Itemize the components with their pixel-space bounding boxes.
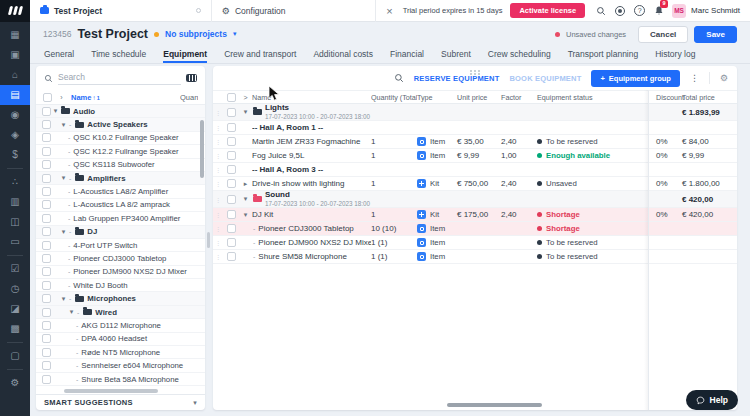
checkbox[interactable] xyxy=(227,108,236,117)
chevron-down-icon[interactable]: ▾ xyxy=(59,174,68,182)
column-header-total-price[interactable]: Total price xyxy=(682,93,737,102)
chevron-right-icon[interactable]: ▸ xyxy=(239,180,252,188)
equipment-row[interactable]: ⋮-- Hall A, Room 1 -- xyxy=(213,121,737,135)
chevron-down-icon[interactable]: ▾ xyxy=(239,211,252,219)
tree-item-row[interactable]: -L-Acoustics LA8/2 Amplifier xyxy=(36,185,205,198)
rail-item-warehouse[interactable]: ⌂ xyxy=(0,65,30,85)
select-all-checkbox[interactable] xyxy=(227,93,236,102)
checkbox[interactable] xyxy=(227,252,236,261)
checkbox[interactable] xyxy=(227,195,236,204)
name-column-header[interactable]: Name ↑ 1 xyxy=(71,93,100,102)
checkbox[interactable] xyxy=(42,254,51,263)
equipment-row[interactable]: ⋮-Pioneer DJM900 NXS2 DJ Mixer1 (1)ItemT… xyxy=(213,236,737,250)
drag-handle-icon[interactable]: ⋮ xyxy=(213,196,223,203)
rail-item-projects[interactable]: ▤ xyxy=(0,85,30,105)
tree-item-row[interactable]: -Shure Beta 58A Microphone xyxy=(36,373,205,386)
close-icon[interactable]: × xyxy=(386,5,392,17)
drag-handle-icon[interactable]: ⋮ xyxy=(213,138,223,145)
checkbox[interactable] xyxy=(42,348,51,357)
select-all-checkbox[interactable] xyxy=(43,93,52,102)
expand-all-icon[interactable]: > xyxy=(239,94,252,101)
rail-item-time[interactable]: ◷ xyxy=(0,279,30,299)
checkbox[interactable] xyxy=(42,321,51,330)
rail-item-tasks[interactable]: ☑ xyxy=(0,259,30,279)
panel-resize-handle[interactable] xyxy=(207,232,210,248)
notifications-bell-icon[interactable]: 9 xyxy=(653,5,665,16)
tree-item-row[interactable]: -Sennheiser e604 Microphone xyxy=(36,359,205,372)
checkbox[interactable] xyxy=(42,375,51,384)
chevron-down-icon[interactable]: ▾ xyxy=(59,295,68,303)
checkbox[interactable] xyxy=(42,107,51,116)
chevron-down-icon[interactable]: ▾ xyxy=(239,195,252,203)
checkbox[interactable] xyxy=(227,165,236,174)
equipment-row[interactable]: ⋮-Pioneer CDJ3000 Tabletop10 (10)ItemSho… xyxy=(213,222,737,236)
checkbox[interactable] xyxy=(42,334,51,343)
search-icon[interactable] xyxy=(595,6,607,16)
tree-folder-row[interactable]: ▾Audio xyxy=(36,105,205,118)
column-header-quantity[interactable]: Quantity (Total xyxy=(371,93,417,102)
chevron-down-icon[interactable]: ▾ xyxy=(51,107,60,115)
help-icon[interactable]: ? xyxy=(634,5,646,16)
checkbox[interactable] xyxy=(42,294,51,303)
drag-handle-icon[interactable]: ⋮ xyxy=(213,180,223,187)
tree-item-row[interactable]: -Røde NT5 Microphone xyxy=(36,346,205,359)
drag-handle-icon[interactable]: ⋮ xyxy=(213,152,223,159)
tree-item-row[interactable]: -Pioneer DJM900 NXS2 DJ Mixer xyxy=(36,266,205,279)
tab-crew-scheduling[interactable]: Crew scheduling xyxy=(488,49,551,63)
help-button[interactable]: Help xyxy=(686,390,738,410)
barcode-scanner-icon[interactable] xyxy=(186,74,197,82)
tab-additional-costs[interactable]: Additional costs xyxy=(313,49,373,63)
chevron-down-icon[interactable]: ▾ xyxy=(59,228,68,236)
checkbox[interactable] xyxy=(42,160,51,169)
checkbox[interactable] xyxy=(227,238,236,247)
drag-handle-icon[interactable]: ⋮ xyxy=(213,166,223,173)
rail-item-contacts[interactable]: ▥ xyxy=(0,192,30,212)
tree-item-row[interactable]: -AKG D112 Microphone xyxy=(36,319,205,332)
rail-item-planning[interactable]: ▣ xyxy=(0,45,30,65)
add-equipment-group-button[interactable]: + Equipment group xyxy=(591,70,679,87)
search-icon[interactable] xyxy=(394,73,404,83)
chevron-down-icon[interactable]: ▾ xyxy=(67,308,76,316)
tab-history-log[interactable]: History log xyxy=(655,49,695,63)
search-input[interactable]: Search xyxy=(58,72,181,85)
tree-folder-row[interactable]: ▾-Active Speakers xyxy=(36,118,205,131)
drag-handle-icon[interactable]: ⋮ xyxy=(213,225,223,232)
drag-handle-icon[interactable]: ⋮ xyxy=(213,239,223,246)
expand-all-icon[interactable]: › xyxy=(57,94,66,101)
checkbox[interactable] xyxy=(42,227,51,236)
rail-item-files[interactable]: ▩ xyxy=(0,319,30,339)
checkbox[interactable] xyxy=(42,174,51,183)
tree-item-row[interactable]: -Pioneer CDJ3000 Tabletop xyxy=(36,252,205,265)
rail-item-transport[interactable]: ▭ xyxy=(0,232,30,252)
tree-folder-row[interactable]: ▾-DJ xyxy=(36,226,205,239)
checkbox[interactable] xyxy=(42,214,51,223)
drag-handle-icon[interactable]: ⋮ xyxy=(213,253,223,260)
chevron-down-icon[interactable]: ▾ xyxy=(59,121,68,129)
rentman-logo[interactable] xyxy=(0,0,30,22)
activate-license-button[interactable]: Activate license xyxy=(510,3,585,18)
equipment-row[interactable]: ⋮▾DJ Kit1Kit€ 175,002,40Shortage0%€ 420,… xyxy=(213,208,737,222)
rail-item-equipment[interactable]: ∴ xyxy=(0,172,30,192)
checkbox[interactable] xyxy=(42,361,51,370)
checkbox[interactable] xyxy=(227,179,236,188)
equipment-row[interactable]: ⋮▾Lights17-07-2023 10:00 - 20-07-2023 18… xyxy=(213,104,737,121)
tree-item-row[interactable]: -White DJ Booth xyxy=(36,279,205,292)
drag-handle-icon[interactable]: ⋮ xyxy=(213,124,223,131)
equipment-row[interactable]: ⋮▸Drive-in show with lighting1Kit€ 750,0… xyxy=(213,177,737,191)
column-header-unit-price[interactable]: Unit price xyxy=(457,93,501,102)
checkbox[interactable] xyxy=(42,187,51,196)
rail-item-account[interactable]: ◉ xyxy=(0,105,30,125)
book-equipment-button[interactable]: BOOK EQUIPMENT xyxy=(509,74,581,83)
smart-suggestions-footer[interactable]: SMART SUGGESTIONS ▾ xyxy=(36,394,205,410)
equipment-row[interactable]: ⋮▾Sound17-07-2023 10:00 - 20-07-2023 18:… xyxy=(213,191,737,208)
save-button[interactable]: Save xyxy=(694,26,737,43)
tree-item-row[interactable]: -Lab Gruppen FP3400 Amplifier xyxy=(36,212,205,225)
cancel-button[interactable]: Cancel xyxy=(638,26,688,43)
rail-item-settings[interactable]: ⚙ xyxy=(0,373,30,393)
more-options-icon[interactable]: ⋮ xyxy=(690,73,699,83)
rail-item-crew[interactable]: ◫ xyxy=(0,212,30,232)
reserve-equipment-button[interactable]: RESERVE EQUIPMENT xyxy=(414,74,500,83)
checkbox[interactable] xyxy=(42,241,51,250)
chevron-down-icon[interactable]: ▾ xyxy=(239,108,252,116)
vertical-scrollbar[interactable] xyxy=(200,120,204,178)
